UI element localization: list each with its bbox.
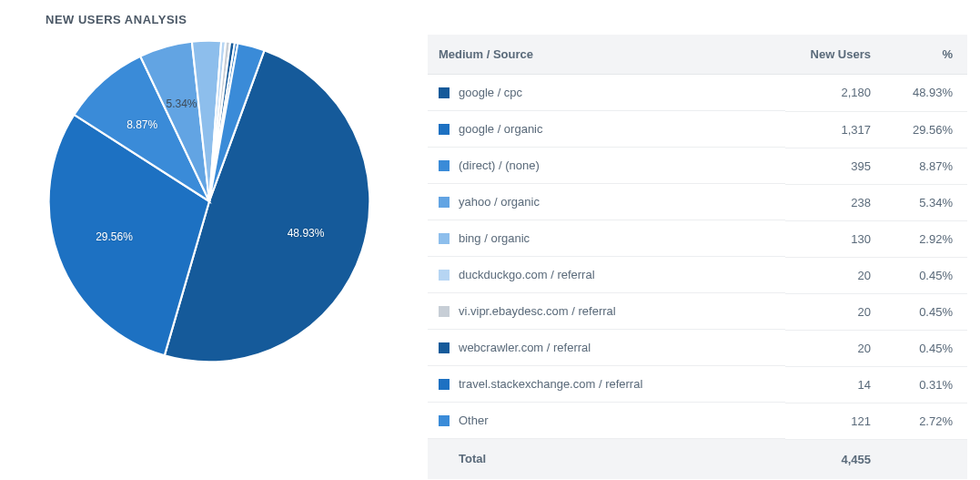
row-percent: 2.72% bbox=[885, 403, 967, 439]
legend-swatch bbox=[439, 306, 450, 317]
row-percent: 0.45% bbox=[885, 293, 967, 330]
row-source-label: duckduckgo.com / referral bbox=[459, 268, 595, 281]
row-users: 395 bbox=[785, 148, 885, 184]
row-source: Other bbox=[428, 403, 785, 439]
total-label: Total bbox=[428, 439, 785, 479]
table-row[interactable]: webcrawler.com / referral200.45% bbox=[428, 330, 967, 366]
legend-swatch bbox=[439, 379, 450, 390]
table-row[interactable]: google / cpc2,18048.93% bbox=[428, 75, 967, 112]
row-users: 20 bbox=[785, 330, 885, 366]
row-users: 20 bbox=[785, 257, 885, 293]
table-row[interactable]: bing / organic1302.92% bbox=[428, 220, 967, 257]
table-row[interactable]: (direct) / (none)3958.87% bbox=[428, 148, 967, 184]
col-source[interactable]: Medium / Source bbox=[428, 35, 785, 75]
row-percent: 0.45% bbox=[885, 257, 967, 293]
col-percent[interactable]: % bbox=[885, 35, 967, 75]
row-source: duckduckgo.com / referral bbox=[428, 257, 785, 293]
legend-swatch bbox=[439, 270, 450, 281]
row-source-label: webcrawler.com / referral bbox=[459, 341, 591, 354]
legend-swatch bbox=[439, 87, 450, 98]
row-source: yahoo / organic bbox=[428, 184, 785, 220]
table-row[interactable]: google / organic1,31729.56% bbox=[428, 111, 967, 148]
row-source-label: vi.vipr.ebaydesc.com / referral bbox=[459, 304, 616, 318]
row-percent: 8.87% bbox=[885, 148, 967, 184]
total-pct bbox=[885, 439, 967, 479]
row-users: 238 bbox=[785, 184, 885, 220]
row-users: 121 bbox=[785, 403, 885, 439]
legend-swatch bbox=[439, 124, 450, 135]
pie-slice-label: 5.34% bbox=[167, 97, 197, 110]
legend-swatch bbox=[439, 160, 450, 171]
row-source: google / cpc bbox=[428, 75, 785, 111]
pie-slice-label: 29.56% bbox=[96, 230, 133, 243]
table-row[interactable]: Other1212.72% bbox=[428, 403, 967, 439]
table-row[interactable]: travel.stackexchange.com / referral140.3… bbox=[428, 366, 967, 403]
pie-slice-label: 48.93% bbox=[288, 227, 325, 240]
row-source-label: (direct) / (none) bbox=[459, 158, 540, 172]
table-row[interactable]: vi.vipr.ebaydesc.com / referral200.45% bbox=[428, 293, 967, 330]
row-users: 14 bbox=[785, 366, 885, 403]
total-users: 4,455 bbox=[785, 439, 885, 479]
row-percent: 0.45% bbox=[885, 330, 967, 366]
row-users: 1,317 bbox=[785, 111, 885, 148]
pie-chart: 48.93%29.56%8.87%5.34% bbox=[45, 37, 373, 365]
legend-swatch bbox=[439, 233, 450, 244]
analysis-table: Medium / Source New Users % google / cpc… bbox=[428, 35, 967, 479]
legend-swatch bbox=[439, 415, 450, 426]
legend-swatch bbox=[439, 342, 450, 353]
row-percent: 29.56% bbox=[885, 111, 967, 148]
row-source: bing / organic bbox=[428, 220, 785, 257]
row-source-label: yahoo / organic bbox=[459, 195, 540, 209]
row-source: (direct) / (none) bbox=[428, 148, 785, 184]
row-source: travel.stackexchange.com / referral bbox=[428, 366, 785, 403]
col-new-users[interactable]: New Users bbox=[785, 35, 885, 75]
table-row[interactable]: yahoo / organic2385.34% bbox=[428, 184, 967, 220]
row-source-label: google / cpc bbox=[459, 86, 522, 99]
section-title: NEW USERS ANALYSIS bbox=[45, 13, 428, 26]
row-percent: 5.34% bbox=[885, 184, 967, 220]
row-source: vi.vipr.ebaydesc.com / referral bbox=[428, 293, 785, 330]
row-users: 130 bbox=[785, 220, 885, 257]
row-source-label: travel.stackexchange.com / referral bbox=[459, 377, 642, 391]
row-source-label: Other bbox=[459, 414, 489, 427]
pie-slice-label: 8.87% bbox=[126, 118, 157, 131]
row-source: google / organic bbox=[428, 111, 785, 148]
row-users: 2,180 bbox=[785, 75, 885, 112]
row-source-label: google / organic bbox=[459, 122, 543, 136]
row-source-label: bing / organic bbox=[459, 231, 530, 245]
legend-swatch bbox=[439, 197, 450, 208]
row-users: 20 bbox=[785, 293, 885, 330]
row-source: webcrawler.com / referral bbox=[428, 330, 785, 366]
row-percent: 0.31% bbox=[885, 366, 967, 403]
row-percent: 48.93% bbox=[885, 75, 967, 112]
row-percent: 2.92% bbox=[885, 220, 967, 257]
table-row[interactable]: duckduckgo.com / referral200.45% bbox=[428, 257, 967, 293]
